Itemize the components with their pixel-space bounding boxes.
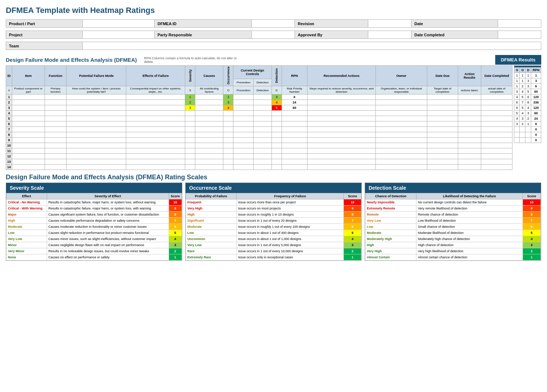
revision-value[interactable] — [368, 20, 411, 28]
row-detection-ctrl[interactable] — [254, 94, 272, 100]
row-occurrence[interactable]: 3 — [223, 100, 233, 105]
row-recommended[interactable] — [307, 105, 376, 111]
col-date-due: Date Due — [427, 66, 458, 86]
col-causes: Causes — [195, 66, 223, 86]
sub-id: # — [6, 86, 12, 94]
row-causes[interactable] — [195, 100, 223, 105]
row-causes[interactable] — [195, 105, 223, 111]
results-col-rpn: RPN — [531, 68, 541, 73]
row-effects[interactable] — [126, 100, 185, 105]
row-function[interactable] — [45, 100, 67, 105]
sev-row-score: 2 — [169, 248, 182, 254]
results-row-occ: 1 — [520, 78, 525, 84]
row-item[interactable] — [12, 100, 45, 105]
row-owner[interactable] — [376, 105, 427, 111]
dfmea-id-value[interactable] — [251, 20, 295, 28]
results-col-sev: S — [514, 68, 520, 73]
row-causes[interactable] — [195, 94, 223, 100]
results-row-sev: 3 — [514, 121, 520, 127]
row-action-results[interactable] — [458, 94, 481, 100]
row-id: 9 — [6, 138, 12, 143]
row-recommended[interactable] — [307, 100, 376, 105]
row-failure-mode[interactable] — [67, 100, 126, 105]
occ-col-score: Score — [344, 193, 361, 199]
results-row-rpn: 0 — [531, 138, 541, 143]
date-completed-value[interactable] — [498, 31, 541, 39]
results-row-occ: 2 — [520, 84, 525, 89]
row-effects[interactable] — [126, 105, 185, 111]
row-owner[interactable] — [376, 100, 427, 105]
det-row-likelihood: Remote chance of detection — [416, 212, 523, 218]
product-part-value[interactable] — [82, 20, 154, 28]
row-severity[interactable]: 3 — [185, 105, 195, 111]
row-severity[interactable]: 1 — [185, 94, 195, 100]
row-detection[interactable]: 4 — [272, 100, 282, 105]
det-row-chance: Almost Certain — [365, 254, 416, 260]
results-row-sev: 4 — [514, 94, 520, 100]
severity-scale-box: Severity Scale Effect Severity of Effect… — [6, 183, 182, 261]
col-rpn: RPN — [282, 66, 307, 86]
results-row-rpn: 1 — [531, 73, 541, 78]
row-occurrence[interactable]: 4 — [223, 105, 233, 111]
project-value[interactable] — [82, 31, 154, 39]
row-detection-ctrl[interactable] — [254, 105, 272, 111]
row-failure-mode[interactable] — [67, 105, 126, 111]
team-value[interactable] — [82, 42, 541, 50]
sev-row-score: 6 — [169, 224, 182, 230]
occ-row-prob: High — [186, 212, 237, 218]
results-row-det: 3 — [525, 111, 531, 116]
row-prevention[interactable] — [233, 94, 254, 100]
row-detection-ctrl[interactable] — [254, 100, 272, 105]
row-detection[interactable]: 5 — [272, 105, 282, 111]
col-effects: Effects of Failure — [126, 66, 185, 86]
col-id: ID — [6, 66, 12, 86]
party-value[interactable] — [251, 31, 295, 39]
row-prevention[interactable] — [233, 105, 254, 111]
row-item[interactable] — [12, 94, 45, 100]
sev-row-score: 3 — [169, 242, 182, 248]
row-severity[interactable]: 2 — [185, 100, 195, 105]
row-rpn: 60 — [282, 105, 307, 111]
occurrence-scale-table: Probability of Failure Frequency of Fail… — [186, 193, 361, 260]
sev-row-severity: Results in catastrophic failure, major h… — [47, 199, 169, 206]
results-row-occ: 3 — [520, 116, 525, 121]
occ-row-score: 9 — [344, 206, 361, 212]
row-date-completed[interactable] — [481, 94, 512, 100]
row-failure-mode[interactable] — [67, 94, 126, 100]
results-row-sev: 1 — [514, 84, 520, 89]
results-row-det: 2 — [525, 116, 531, 121]
sev-row-effect: Critical - No Warning — [6, 199, 47, 206]
sev-row-score: 10 — [169, 199, 182, 206]
occ-row-prob: Very High — [186, 206, 237, 212]
row-date-completed[interactable] — [481, 100, 512, 105]
row-owner[interactable] — [376, 94, 427, 100]
det-row-likelihood: Low likelihood of detection — [416, 218, 523, 224]
results-table: S O D RPN 1 1 1 1 1 1 3 3 1 2 3 6 3 4 5 … — [514, 65, 541, 143]
row-date-completed[interactable] — [481, 105, 512, 111]
occ-row-prob: Low — [186, 230, 237, 236]
row-detection[interactable]: 3 — [272, 94, 282, 100]
row-date-due[interactable] — [427, 100, 458, 105]
row-date-due[interactable] — [427, 94, 458, 100]
row-date-due[interactable] — [427, 105, 458, 111]
row-recommended[interactable] — [307, 94, 376, 100]
row-item[interactable] — [12, 105, 45, 111]
row-function[interactable] — [45, 105, 67, 111]
occ-row-score: 3 — [344, 242, 361, 248]
results-row-rpn: 0 — [531, 127, 541, 132]
row-action-results[interactable] — [458, 105, 481, 111]
row-action-results[interactable] — [458, 100, 481, 105]
date-value[interactable] — [498, 20, 541, 28]
approved-value[interactable] — [368, 31, 411, 39]
sub-detection-ctrl: Detection — [254, 86, 272, 94]
row-occurrence[interactable]: 2 — [223, 94, 233, 100]
row-function[interactable] — [45, 94, 67, 100]
results-row-sev: 3 — [514, 89, 520, 94]
col-detection-ctrl: Detection — [254, 79, 272, 86]
det-row-likelihood: Very remote likelihood of detection — [416, 206, 523, 212]
sev-row-severity: Causes no effect on performance or safet… — [47, 254, 169, 260]
sev-row-effect: None — [6, 254, 47, 260]
row-effects[interactable] — [126, 94, 185, 100]
det-row-chance: Extremely Remote — [365, 206, 416, 212]
row-prevention[interactable] — [233, 100, 254, 105]
